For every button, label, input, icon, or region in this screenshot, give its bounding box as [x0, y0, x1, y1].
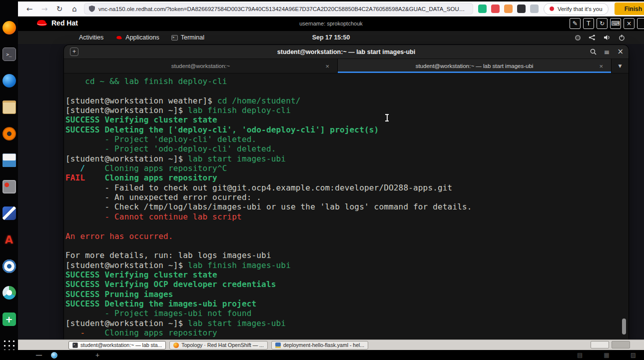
terminal-line: SUCCESS Verifying cluster state [65, 270, 629, 280]
terminal-line: For more details, run: lab logs images-u… [65, 250, 629, 260]
home-icon[interactable]: ⌂ [70, 4, 79, 14]
terminal-window-icon [72, 342, 78, 348]
terminal-line: - Cloning apps repository [65, 328, 629, 338]
alert-dot-icon [550, 6, 554, 11]
redhat-mini-icon [115, 35, 122, 40]
gnome-top-bar: Activities Applications > Terminal Sep 1… [18, 31, 644, 44]
terminal-scrollbar[interactable] [622, 318, 626, 334]
search-icon[interactable] [590, 48, 597, 55]
share-icon[interactable] [589, 34, 596, 40]
guacamole-banner: Red Hat username: sprokoptchouk ✎T↻⌨× [18, 16, 644, 31]
terminal-mini-icon: > [171, 35, 178, 40]
terminal-line: - Check /tmp/log/labs/images-ubi or use … [65, 202, 629, 212]
tab-list-chevron-icon[interactable]: ▼ [612, 59, 629, 73]
extension-light-icon[interactable] [530, 4, 539, 13]
text-cursor [385, 114, 389, 122]
tab-lab-session[interactable]: student@workstation:~ — lab start images… [338, 59, 612, 73]
terminal-line: [student@workstation ~]$ lab start image… [65, 318, 629, 328]
power-icon[interactable] [637, 18, 644, 29]
terminal-line: [student@workstation ~]$ lab start image… [65, 154, 629, 164]
volume-icon[interactable] [604, 34, 611, 40]
extension-green-icon[interactable] [478, 4, 487, 13]
editor-window-icon [275, 342, 281, 348]
verify-identity-button[interactable]: Verify that it's you [544, 3, 609, 15]
username-label: username: sprokoptchouk [299, 20, 363, 26]
window-dash-icon[interactable]: — [36, 352, 42, 358]
image-viewer-dock-icon[interactable] [2, 180, 16, 194]
workspace-1[interactable] [591, 341, 609, 348]
workspace-2[interactable] [612, 341, 630, 348]
reconnect-icon[interactable]: ↻ [597, 18, 608, 29]
terminal-line: FAIL Cloning apps repository [65, 173, 629, 182]
terminal-line [65, 222, 629, 231]
terminal-tab-bar: student@workstation:~ × student@workstat… [64, 59, 629, 74]
chromium-dock-icon[interactable] [2, 286, 16, 300]
window-button-terminal[interactable]: student@workstation:~ — lab sta... [68, 341, 166, 350]
close-window-icon[interactable]: × [617, 48, 624, 56]
terminal-line [65, 86, 629, 96]
window-list: student@workstation:~ — lab sta... Topol… [18, 340, 644, 350]
terminal-line: SUCCESS Pruning images [65, 290, 629, 299]
terminal-line: cd ~ && lab finish deploy-cli [65, 76, 629, 86]
clock[interactable]: Sep 17 15:50 [312, 31, 350, 44]
files-dock-icon[interactable] [2, 100, 16, 114]
new-tab-icon[interactable]: + [70, 48, 78, 56]
screenshot-icon[interactable]: ✎ [570, 18, 581, 29]
recording-icon[interactable] [575, 35, 581, 40]
disconnect-icon[interactable]: × [624, 18, 635, 29]
terminal-line: SUCCESS Deleting the images-ubi project [65, 299, 629, 308]
notes-tray-icon[interactable]: ▨ [631, 352, 636, 358]
terminal-line: - Project 'deploy-cli' deleted. [65, 134, 629, 144]
window-button-firefox-topology[interactable]: Topology · Red Hat OpenShift — ... [169, 341, 268, 350]
app-dock: >_A+ [0, 0, 18, 350]
terminal-line: / Cloning apps repository^C [65, 164, 629, 173]
screen: >_A+ ←→↻⌂ vnc-na150.ole.redhat.com/?toke… [0, 0, 644, 360]
url-bar[interactable]: vnc-na150.ole.redhat.com/?token=DA826692… [84, 3, 473, 14]
terminal-output[interactable]: cd ~ && lab finish deploy-cli [student@w… [64, 74, 629, 340]
media-app-dock-icon[interactable] [2, 260, 16, 273]
hamburger-menu-icon[interactable]: ≡ [604, 48, 610, 56]
terminal-menu[interactable]: > Terminal [171, 34, 204, 41]
window-button-editor-yaml[interactable]: deployment-hello-flask.yaml - hel... [271, 341, 368, 350]
extension-dark-icon[interactable] [517, 4, 526, 13]
terminal-line: [student@workstation ~]$ lab finish depl… [65, 106, 629, 115]
terminal-header[interactable]: + student@workstation:~ — lab start imag… [64, 45, 629, 59]
pen-tool-dock-icon[interactable] [2, 206, 16, 220]
new-tab-icon[interactable]: + [95, 351, 99, 359]
terminal-line: - Failed to check out git@git.ocp4.examp… [65, 183, 629, 192]
redhat-logo: Red Hat [35, 18, 78, 27]
finish-button[interactable]: Finish [615, 2, 644, 15]
terminal-line: [student@workstation ~]$ lab finish imag… [65, 260, 629, 270]
tab-home-session[interactable]: student@workstation:~ × [64, 59, 338, 73]
activities-button[interactable]: Activities [79, 34, 103, 41]
thunderbird-dock-icon[interactable] [2, 74, 16, 88]
browser-app-icon[interactable] [51, 352, 57, 358]
new-item-dock-icon[interactable]: + [2, 312, 16, 326]
back-icon[interactable]: ← [25, 4, 34, 14]
contacts-tray-icon[interactable]: ▤ [577, 352, 583, 358]
firefox-window-icon [173, 342, 179, 348]
applications-menu[interactable]: Applications [115, 34, 159, 41]
terminal-line: - Project images-ubi not found [65, 308, 629, 318]
firefox-dock-icon[interactable] [2, 21, 16, 34]
terminal-title: student@workstation:~ — lab start images… [277, 48, 415, 56]
host-tray: ▤▦▨ [577, 350, 636, 360]
windows-tray-icon[interactable]: ▦ [604, 352, 609, 358]
shield-icon [89, 6, 95, 12]
disc-burner-dock-icon[interactable] [2, 127, 16, 140]
text-input-icon[interactable]: T [583, 18, 594, 29]
browser-toolbar: ←→↻⌂ vnc-na150.ole.redhat.com/?token=DA8… [18, 0, 644, 16]
redhat-hat-icon [35, 18, 48, 27]
tab-close-icon[interactable]: × [325, 62, 329, 70]
power-icon[interactable] [619, 34, 625, 41]
terminal-dock-icon[interactable]: >_ [2, 48, 16, 61]
extension-red-icon[interactable] [491, 4, 500, 13]
reload-icon[interactable]: ↻ [55, 4, 64, 14]
forward-icon[interactable]: → [40, 4, 49, 14]
document-writer-dock-icon[interactable] [2, 154, 16, 167]
terminal-line: - An unexpected error ocurred: . [65, 192, 629, 202]
tab-close-icon[interactable]: × [599, 62, 603, 70]
extension-orange-icon[interactable] [504, 4, 513, 13]
red-app-dock-icon[interactable]: A [2, 233, 16, 246]
keyboard-icon[interactable]: ⌨ [610, 18, 621, 29]
